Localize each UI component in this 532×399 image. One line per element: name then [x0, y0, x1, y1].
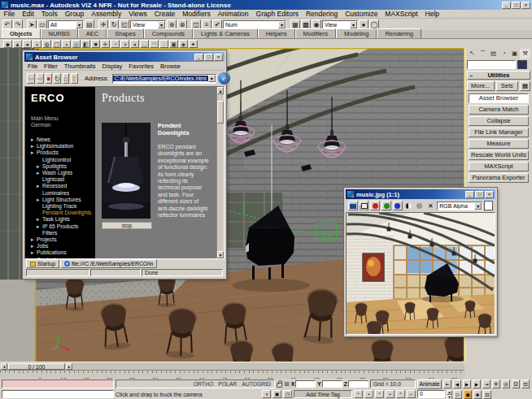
minimize-button[interactable]: _ [465, 191, 474, 198]
render-type-dropdown[interactable]: View▾ [322, 20, 358, 29]
alpha-channel-icon[interactable] [404, 201, 414, 210]
current-frame-field[interactable]: 0 [417, 390, 445, 398]
erco-nav-item[interactable]: ▸ Projects [31, 236, 95, 243]
zoom-extents-icon[interactable]: ⊡ [521, 379, 530, 388]
named-selection-sets-dropdown[interactable]: Num▾ [223, 20, 286, 29]
erco-nav-item[interactable]: ▸ Spotlights [31, 163, 95, 170]
menu-item[interactable]: Group [61, 10, 88, 18]
close-button[interactable]: × [485, 191, 494, 198]
chevron-down-icon[interactable]: ▾ [158, 21, 165, 28]
set-key-icon[interactable]: • [364, 390, 373, 398]
category-tab[interactable]: Helpers [258, 28, 295, 38]
home-icon[interactable]: ⌂ [63, 73, 68, 84]
file-tab[interactable]: e file:///C:/E/WebSamples/ERCO/in [60, 259, 157, 268]
menu-item[interactable]: Views [125, 10, 151, 18]
z-coordinate-field[interactable] [348, 380, 368, 388]
menu-item[interactable]: Create [150, 10, 179, 18]
object-primitive-icon[interactable]: ◍ [42, 40, 51, 48]
utility-button[interactable]: MAXScript [469, 162, 529, 171]
figure-caption-button[interactable]: stop [102, 222, 152, 229]
object-name-field[interactable] [467, 60, 516, 69]
snap-mode-label[interactable]: AUTOGRID [242, 381, 271, 387]
key-entry-icon[interactable]: • [386, 390, 395, 398]
sets-button[interactable]: Sets [496, 81, 519, 91]
time-slider[interactable]: ◂ 0 / 100 ▸ [0, 362, 464, 370]
add-time-tag[interactable]: Add Time Tag [294, 390, 352, 398]
more-button[interactable]: More... [467, 81, 495, 91]
object-primitive-icon[interactable]: ✛ [101, 40, 110, 48]
category-tab[interactable]: NURBS [41, 28, 78, 38]
blue-channel-icon[interactable] [393, 201, 403, 210]
chevron-down-icon[interactable]: ▾ [350, 21, 357, 28]
asset-browser-window[interactable]: Asset Browser _ □ × FileFilterThumbnails… [23, 50, 226, 279]
utility-button[interactable]: Measure [469, 139, 529, 149]
key-snap-icon[interactable]: ° [375, 390, 384, 398]
channel-display-dropdown[interactable]: RGB Alpha▾ [437, 202, 482, 210]
object-primitive-icon[interactable]: ✦ [189, 40, 198, 48]
address-input[interactable]: C:/E/WebSamples/ERCO/index.html ▾ [112, 74, 216, 84]
forward-icon[interactable]: ⇨ [37, 73, 45, 84]
object-primitive-icon[interactable]: ◠ [150, 40, 159, 48]
scroll-down-icon[interactable]: ▼ [217, 251, 224, 258]
tab-utilities-icon[interactable]: ⚒ [520, 49, 530, 59]
object-primitive-icon[interactable]: ▲ [13, 40, 22, 48]
object-primitive-icon[interactable]: ◗ [33, 40, 41, 48]
object-primitive-icon[interactable]: ◑ [120, 40, 129, 48]
erco-nav-item[interactable]: ▸ Recessed Luminaires [31, 183, 95, 196]
arc-rotate-icon[interactable]: Ω [512, 379, 520, 388]
refresh-icon[interactable]: ↻ [54, 73, 62, 84]
pan-view-icon[interactable]: ✛ [492, 379, 500, 388]
object-primitive-icon[interactable]: ◕ [130, 40, 139, 48]
previous-frame-arrow[interactable]: ◂ [1, 363, 7, 370]
up-folder-icon[interactable]: ⇧ [71, 73, 79, 84]
scroll-thumb[interactable] [217, 101, 224, 124]
tab-display-icon[interactable]: ▣ [509, 49, 520, 59]
menu-item[interactable]: Help [421, 10, 443, 18]
truck-camera-icon[interactable]: ◉ [464, 390, 472, 399]
category-tab[interactable]: Shapes [107, 28, 143, 38]
chevron-down-icon[interactable]: ▾ [208, 75, 216, 82]
object-primitive-icon[interactable]: ◖ [62, 40, 71, 48]
category-tab[interactable]: Objects [2, 28, 41, 38]
object-primitive-icon[interactable]: ■ [91, 40, 100, 48]
erco-nav-item[interactable]: ▸ IP 65 Products [31, 223, 95, 230]
maximize-button[interactable]: □ [475, 191, 484, 198]
menu-item[interactable]: Modifiers [179, 10, 214, 18]
category-tab[interactable]: Modeling [336, 28, 377, 38]
render-window-title-bar[interactable]: music.jpg (1:1) _ □ × [346, 189, 495, 199]
erco-nav-item[interactable]: Filters [31, 230, 95, 236]
absolute-mode-icon[interactable]: ⊞ [284, 380, 290, 388]
key-options-icon[interactable]: ° [396, 390, 405, 398]
chevron-down-icon[interactable]: ▾ [278, 21, 286, 28]
erco-nav-item[interactable]: ▸ Lightsimulation [31, 143, 95, 150]
erco-nav-item[interactable]: ▸ Jobs [31, 243, 95, 249]
tab-motion-icon[interactable]: ◔ [499, 49, 509, 59]
menu-item[interactable]: Filter [41, 63, 61, 70]
go-to-end-button[interactable]: ⇥ [482, 379, 491, 388]
object-primitive-icon[interactable]: ◌ [159, 40, 168, 48]
object-color-swatch[interactable] [517, 60, 527, 69]
time-slider-handle[interactable]: 0 / 100 [8, 363, 65, 370]
erco-nav-item[interactable]: Lightcontrol [31, 157, 95, 163]
animate-button[interactable]: Animate [417, 379, 442, 389]
key-mode-toggle-icon[interactable]: ↔ [407, 390, 416, 398]
save-bitmap-icon[interactable] [348, 201, 358, 210]
degradation-override-icon[interactable]: ◳ [283, 390, 292, 398]
play-button[interactable]: ▶ [463, 379, 471, 388]
back-icon[interactable]: ⇦ [27, 73, 35, 84]
zoom-view-icon[interactable]: ◎ [502, 379, 510, 388]
x-coordinate-field[interactable] [295, 380, 316, 388]
chevron-down-icon[interactable]: ▾ [76, 21, 83, 28]
orbit-camera-icon[interactable]: ◈ [473, 390, 482, 399]
crossing-selection-icon[interactable]: ◑ [262, 390, 271, 398]
close-button[interactable]: × [521, 2, 530, 9]
red-channel-icon[interactable] [370, 201, 380, 210]
green-channel-icon[interactable] [382, 201, 391, 210]
menu-item[interactable]: Browse [157, 63, 184, 70]
maximize-button[interactable]: □ [204, 54, 213, 61]
scrollbar[interactable]: ▲ ▼ [216, 87, 224, 258]
min-max-toggle-icon[interactable]: ⊡ [483, 390, 491, 399]
erco-nav-item[interactable]: ▸ Contact [31, 257, 95, 258]
tab-hierarchy-icon[interactable]: ▤ [488, 49, 499, 59]
object-primitive-icon[interactable]: ● [23, 40, 32, 48]
